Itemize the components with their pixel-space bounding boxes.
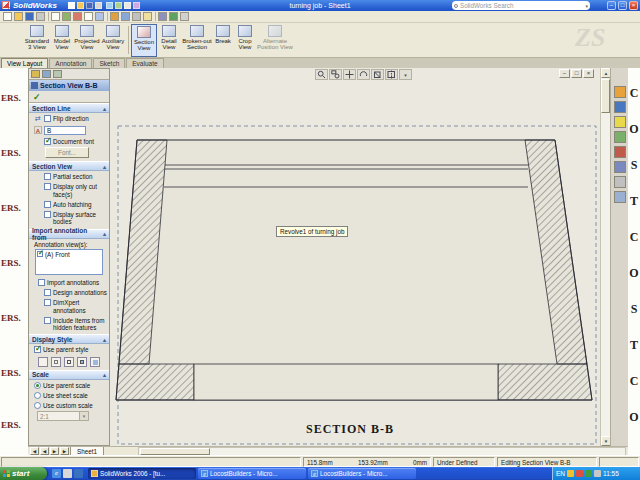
tab-sketch[interactable]: Sketch [93,58,125,68]
font-button[interactable]: Font... [45,147,89,158]
import-annotations-checkbox[interactable] [38,279,45,286]
design-library-icon[interactable] [614,101,626,113]
titlebar-rebuild-icon[interactable] [115,2,122,9]
property-manager-tab-icon[interactable] [42,70,51,78]
auto-hatching-checkbox[interactable] [44,201,51,208]
taskbar-window-browser-1[interactable]: e LocostBuilders - Micro... [198,468,306,479]
shaded-with-edges-style-icon[interactable] [77,357,87,367]
hidden-lines-visible-style-icon[interactable] [51,357,61,367]
scrollbar-thumb[interactable] [601,79,610,113]
use-parent-style-checkbox[interactable]: ✓ [34,346,41,353]
combobox-dropdown-icon[interactable]: ▾ [79,412,88,420]
auxiliary-view-button[interactable]: Auxiliary View [100,24,126,57]
view-palette-icon[interactable] [614,131,626,143]
standard-3-view-button[interactable]: Standard 3 View [24,24,50,57]
rebuild-icon[interactable] [95,12,104,21]
titlebar-undo-icon[interactable] [106,2,113,9]
section-display-icon[interactable] [385,69,398,80]
restore-button[interactable]: □ [618,1,627,10]
doc-close-button[interactable]: × [583,69,594,78]
group-section-line[interactable]: Section Line ▴ [29,103,109,113]
taskbar-window-solidworks[interactable]: SolidWorks 2006 - [tu... [88,468,196,479]
section-view-button[interactable]: Section View [131,24,157,57]
tab-evaluate[interactable]: Evaluate [126,58,163,68]
tab-view-layout[interactable]: View Layout [1,58,48,68]
custom-scale-combobox[interactable]: 2:1 ▾ [37,411,89,421]
close-button[interactable]: × [629,1,638,10]
appearances-icon[interactable] [614,146,626,158]
titlebar-open-icon[interactable] [77,2,84,9]
break-button[interactable]: Break [213,24,233,57]
list-item[interactable]: ✓ (A) Front [37,251,101,258]
background-window-right[interactable]: C O S T C O S T C O [628,68,640,455]
tab-annotation[interactable]: Annotation [49,58,92,68]
previous-sheet-icon[interactable]: ◀ [40,447,49,455]
alternate-position-view-button[interactable]: Alternate Position View [257,24,293,57]
section-label-input[interactable]: B [44,126,86,135]
scrollbar-thumb[interactable] [140,448,210,455]
configuration-manager-tab-icon[interactable] [53,70,62,78]
display-style-icon[interactable] [371,69,384,80]
display-only-cut-checkbox[interactable] [44,183,51,190]
use-custom-scale-radio[interactable] [34,402,41,409]
clock[interactable]: 11:55 [603,470,619,477]
quick-launch-icon[interactable] [74,469,83,478]
titlebar-print-icon[interactable] [95,2,102,9]
zoom-to-area-icon[interactable] [329,69,342,80]
design-annotations-checkbox[interactable] [44,289,51,296]
tray-antivirus-icon[interactable] [576,470,583,477]
tray-volume-icon[interactable] [594,470,601,477]
custom-properties-icon[interactable] [614,161,626,173]
titlebar-help-icon[interactable] [133,2,140,9]
bottom-recess-edge[interactable] [194,364,498,400]
crop-view-button[interactable]: Crop View [233,24,257,57]
partial-section-checkbox[interactable] [44,173,51,180]
tray-update-icon[interactable] [567,470,574,477]
background-window-left[interactable]: ERS. ERS. ERS. ERS. ERS. ERS. ERS. [0,68,28,455]
search-dropdown-icon[interactable]: ▾ [585,3,588,9]
titlebar-new-icon[interactable] [68,2,75,9]
new-document-icon[interactable] [3,12,12,21]
open-icon[interactable] [14,12,23,21]
wireframe-style-icon[interactable] [38,357,48,367]
save-icon[interactable] [25,12,34,21]
file-explorer-icon[interactable] [614,116,626,128]
language-indicator[interactable]: EN [556,470,565,477]
print-preview-icon[interactable] [51,12,60,21]
select-icon[interactable] [84,12,93,21]
help-icon[interactable] [180,12,189,21]
tray-network-icon[interactable] [585,470,592,477]
projected-view-button[interactable]: Projected View [74,24,100,57]
search-input[interactable]: SolidWorks Search ▾ [452,1,590,10]
doc-restore-button[interactable]: □ [571,69,582,78]
group-scale[interactable]: Scale ▴ [29,370,109,380]
undo-icon[interactable] [62,12,71,21]
minimize-button[interactable]: − [607,1,616,10]
dimxpert-annotations-checkbox[interactable] [44,299,51,306]
hatched-cut-face-bottom-left[interactable] [116,364,194,400]
flip-direction-checkbox[interactable] [44,115,51,122]
first-sheet-icon[interactable]: ◀ [30,447,39,455]
doc-minimize-button[interactable]: − [559,69,570,78]
hatched-cut-face-bottom-right[interactable] [498,364,592,400]
last-sheet-icon[interactable]: ▶ [60,447,69,455]
annotation-icon[interactable] [132,12,141,21]
model-view-button[interactable]: Model View [50,24,74,57]
group-display-style[interactable]: Display Style ▴ [29,334,109,344]
feature-manager-tab-icon[interactable] [31,70,40,78]
broken-out-section-button[interactable]: Broken-out Section [181,24,213,57]
start-button[interactable]: start [0,467,47,480]
group-import-annotation[interactable]: Import annotation from ▴ [29,229,109,239]
graphics-area[interactable]: ▾ − □ × Revolve1 of turning job SECTION … [110,68,600,446]
redo-icon[interactable] [73,12,82,21]
annotation-views-list[interactable]: ✓ (A) Front [35,249,103,275]
detail-view-button[interactable]: Detail View [157,24,181,57]
shaded-style-icon[interactable] [90,357,100,367]
include-hidden-checkbox[interactable] [44,317,51,324]
use-sheet-scale-radio[interactable] [34,392,41,399]
section-view-drawing[interactable] [110,81,600,446]
quick-launch-desktop-icon[interactable] [63,469,72,478]
view-settings-icon[interactable] [158,12,167,21]
rotate-view-icon[interactable] [357,69,370,80]
annotation-view-checkbox[interactable]: ✓ [37,251,43,257]
